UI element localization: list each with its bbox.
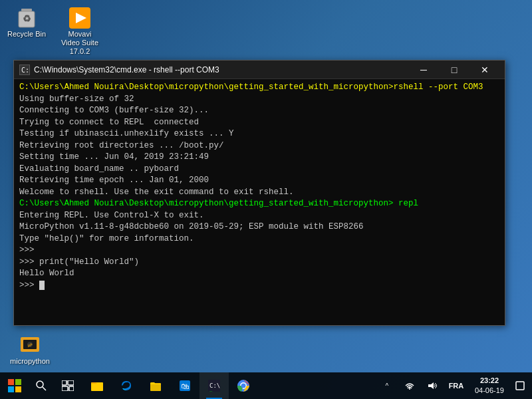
svg-text:🛍: 🛍 — [181, 382, 189, 391]
cmd-window: C: C:\Windows\System32\cmd.exe - rshell … — [13, 60, 505, 326]
search-button[interactable] — [29, 372, 53, 399]
svg-rect-1 — [21, 9, 32, 11]
recycle-bin-label: Recycle Bin — [7, 30, 46, 39]
clock-time: 23:22 — [480, 376, 499, 386]
cmd-line: MicroPython v1.11-8-g48dcbbe60 on 2019-0… — [19, 221, 499, 233]
cmd-body[interactable]: C:\Users\Ahmed Nouira\Desktop\micropytho… — [14, 79, 505, 325]
cmd-line: Connecting to COM3 (buffer-size 32)... — [19, 105, 499, 117]
task-view-button[interactable] — [53, 372, 82, 399]
cmd-line: Entering REPL. Use Control-X to exit. — [19, 210, 499, 222]
cmd-line-cursor: >>> — [19, 280, 499, 292]
notification-button[interactable] — [511, 372, 529, 399]
svg-line-16 — [43, 387, 46, 390]
tray-show-hidden[interactable]: ^ — [376, 372, 398, 399]
movavi-label: Movavi Video Suite 17.0.2 — [59, 30, 100, 57]
minimize-button[interactable]: ─ — [409, 61, 438, 79]
taskbar-app-file-explorer[interactable] — [82, 372, 112, 399]
clock-date: 04-06-19 — [475, 386, 504, 396]
svg-point-15 — [37, 381, 43, 388]
svg-marker-31 — [428, 382, 434, 389]
svg-point-30 — [241, 384, 246, 388]
close-button[interactable]: ✕ — [470, 61, 499, 79]
tray-volume[interactable] — [422, 372, 443, 399]
tray-language[interactable]: FRA — [444, 372, 468, 399]
desktop: ♻ Recycle Bin Movavi Video Suite 17.0.2 … — [0, 0, 532, 399]
svg-rect-32 — [516, 382, 524, 390]
cmd-line: Evaluating board_name .. pyboard — [19, 164, 499, 176]
cmd-line: Retrieving root directories ... /boot.py… — [19, 140, 499, 152]
svg-rect-20 — [69, 386, 74, 391]
tray-network[interactable] — [399, 372, 420, 399]
svg-rect-14 — [15, 386, 21, 392]
taskbar-app-edge[interactable] — [112, 372, 141, 399]
svg-rect-18 — [68, 380, 74, 385]
cmd-line-prompt: C:\Users\Ahmed Nouira\Desktop\micropytho… — [19, 198, 499, 210]
taskbar-app-chrome[interactable] — [229, 372, 258, 399]
start-button[interactable] — [0, 372, 29, 399]
cmd-titlebar: C: C:\Windows\System32\cmd.exe - rshell … — [14, 61, 505, 79]
svg-rect-19 — [62, 386, 68, 391]
cmd-line: >>> — [19, 245, 499, 257]
cmd-line: C:\Users\Ahmed Nouira\Desktop\micropytho… — [19, 82, 499, 94]
taskbar-app-folder[interactable] — [141, 372, 170, 399]
svg-text:μP: μP — [27, 342, 33, 348]
taskbar-tray: ^ FRA 23:22 04-06-19 — [376, 372, 532, 399]
taskbar-app-store[interactable]: 🛍 — [170, 372, 200, 399]
micropython-icon[interactable]: μP micropython — [7, 333, 53, 366]
cmd-line: Retrieving time epoch ... Jan 01, 2000 — [19, 175, 499, 187]
cmd-line: Testing if ubinascii.unhexlify exists ..… — [19, 128, 499, 140]
cmd-title-icon: C: — [19, 65, 30, 75]
svg-rect-17 — [62, 380, 66, 385]
cmd-line: >>> print("Hello World") — [19, 257, 499, 269]
svg-rect-12 — [15, 379, 21, 385]
svg-rect-13 — [8, 386, 14, 392]
cmd-line: Setting time ... Jun 04, 2019 23:21:49 — [19, 152, 499, 164]
taskbar-apps: 🛍 C:\ _ — [82, 372, 376, 399]
maximize-button[interactable]: □ — [440, 61, 469, 79]
taskbar: 🛍 C:\ _ — [0, 372, 532, 399]
cmd-line: Welcome to rshell. Use the exit command … — [19, 187, 499, 199]
svg-text:♻: ♻ — [23, 13, 31, 24]
taskbar-app-cmd[interactable]: C:\ _ — [200, 372, 229, 399]
svg-rect-11 — [8, 379, 14, 385]
micropython-label: micropython — [10, 357, 50, 366]
cmd-line: Using buffer-size of 32 — [19, 94, 499, 106]
desktop-icons-area: ♻ Recycle Bin Movavi Video Suite 17.0.2 — [3, 3, 103, 59]
svg-text:C:: C: — [21, 66, 29, 74]
cmd-title-text: C:\Windows\System32\cmd.exe - rshell --p… — [34, 65, 409, 74]
cmd-controls: ─ □ ✕ — [409, 61, 499, 79]
clock[interactable]: 23:22 04-06-19 — [469, 372, 509, 399]
cmd-line: Hello World — [19, 268, 499, 280]
movavi-icon[interactable]: Movavi Video Suite 17.0.2 — [57, 3, 103, 59]
cmd-line: Type "help()" for more information. — [19, 233, 499, 245]
cmd-line: Trying to connect to REPL connected — [19, 117, 499, 129]
recycle-bin-icon[interactable]: ♻ Recycle Bin — [3, 3, 50, 59]
